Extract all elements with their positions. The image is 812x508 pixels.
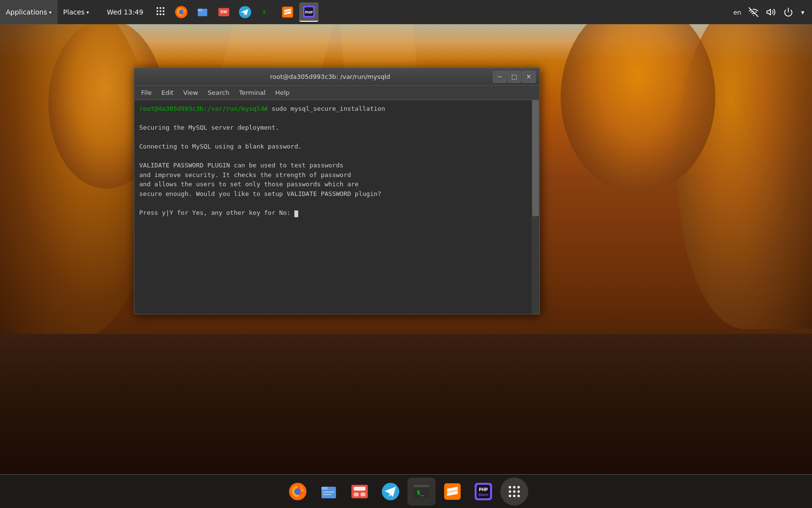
dock-phpstorm[interactable]: PHP Storm	[469, 478, 497, 506]
top-panel: Applications ▾ Places ▾ Wed 13:49	[0, 0, 812, 24]
terminal-line-0: root@da305d993c3b:/var/run/mysqld# sudo …	[139, 104, 535, 114]
panel-sublime-icon[interactable]	[278, 2, 297, 22]
svg-point-4	[160, 10, 162, 12]
titlebar-buttons: − □ ✕	[493, 71, 536, 83]
terminal-body[interactable]: root@da305d993c3b:/var/run/mysqld# sudo …	[134, 100, 539, 314]
svg-rect-36	[361, 493, 365, 496]
applications-menu[interactable]: Applications ▾	[0, 0, 58, 24]
svg-point-2	[163, 7, 165, 9]
svg-text:SW: SW	[220, 10, 228, 14]
panel-right: en ▾	[729, 0, 812, 24]
svg-rect-30	[321, 487, 328, 490]
minimize-button[interactable]: −	[493, 71, 507, 83]
close-icon: ✕	[526, 73, 532, 80]
panel-telegram-icon[interactable]	[235, 2, 255, 22]
terminal-line-8: and allows the users to set only those p…	[139, 179, 535, 189]
dock-software-center[interactable]	[346, 478, 374, 506]
panel-firefox-icon[interactable]	[172, 2, 191, 22]
svg-rect-39	[413, 485, 430, 487]
svg-point-54	[518, 494, 520, 497]
terminal-line-7: and improve security. It checks the stre…	[139, 170, 535, 180]
svg-point-53	[513, 494, 516, 497]
edit-menu[interactable]: Edit	[157, 86, 178, 100]
terminal-line-9: secure enough. Would you like to setup V…	[139, 189, 535, 199]
panel-software-center-icon[interactable]: SW	[214, 2, 233, 22]
applications-arrow-icon: ▾	[49, 10, 52, 15]
svg-point-50	[513, 490, 516, 493]
svg-point-51	[518, 490, 520, 493]
ground	[0, 334, 812, 479]
svg-point-1	[160, 7, 162, 9]
dock-app-grid[interactable]	[500, 478, 528, 506]
panel-phpstorm-icon[interactable]: PHP	[299, 2, 319, 22]
view-menu[interactable]: View	[178, 86, 203, 100]
network-tray-icon[interactable]	[745, 0, 762, 24]
panel-left: Applications ▾ Places ▾	[0, 0, 95, 24]
tray-dropdown-icon[interactable]: ▾	[797, 0, 808, 24]
svg-point-52	[509, 494, 511, 497]
svg-text:PHP: PHP	[305, 11, 313, 15]
panel-center: Wed 13:49	[100, 0, 319, 24]
terminal-line-2: Securing the MySQL server deployment.	[139, 123, 535, 133]
svg-rect-14	[198, 9, 202, 11]
terminal-line-6: VALIDATE PASSWORD PLUGIN can be used to …	[139, 161, 535, 170]
dock-telegram[interactable]	[377, 478, 405, 506]
bottom-taskbar: $_ PHP Storm	[0, 474, 812, 508]
terminal-title: root@da305d993c3b: /var/run/mysqld	[167, 73, 493, 80]
terminal-line-4: Connecting to MySQL using a blank passwo…	[139, 142, 535, 151]
terminal-line-10	[139, 198, 535, 208]
chevron-down-icon: ▾	[801, 9, 804, 16]
datetime-display[interactable]: Wed 13:49	[100, 8, 150, 16]
apps-grid-button[interactable]	[150, 6, 171, 18]
dock-terminal[interactable]: $_	[407, 478, 435, 506]
terminal-line-11: Press y|Y for Yes, any other key for No:	[139, 208, 535, 218]
power-tray-icon[interactable]	[780, 0, 797, 24]
svg-point-7	[160, 14, 162, 15]
svg-rect-34	[354, 487, 365, 491]
maximize-icon: □	[511, 73, 517, 80]
svg-text:$_: $_	[417, 489, 424, 496]
svg-point-0	[157, 7, 159, 9]
svg-point-5	[163, 10, 165, 12]
terminal-scroll-thumb[interactable]	[532, 100, 539, 216]
panel-terminal-icon[interactable]: $_	[257, 2, 276, 22]
svg-point-3	[157, 10, 159, 12]
help-menu[interactable]: Help	[270, 86, 294, 100]
places-arrow-icon: ▾	[87, 10, 89, 15]
svg-text:$_: $_	[263, 9, 268, 14]
foliage-top-right	[561, 0, 715, 194]
dock-sublime[interactable]	[438, 478, 466, 506]
language-label: en	[733, 9, 741, 16]
language-indicator[interactable]: en	[729, 0, 745, 24]
terminal-titlebar: root@da305d993c3b: /var/run/mysqld − □ ✕	[134, 68, 539, 86]
terminal-scrollbar[interactable]	[532, 100, 539, 314]
file-menu[interactable]: File	[136, 86, 157, 100]
dock-files[interactable]	[315, 478, 343, 506]
svg-point-6	[157, 14, 159, 15]
svg-point-46	[509, 486, 511, 488]
svg-point-47	[513, 486, 516, 488]
svg-rect-35	[354, 493, 359, 496]
svg-rect-31	[323, 492, 334, 493]
terminal-menu[interactable]: Terminal	[234, 86, 270, 100]
svg-rect-32	[323, 494, 332, 495]
places-menu[interactable]: Places ▾	[58, 0, 95, 24]
terminal-line-5	[139, 151, 535, 161]
terminal-menubar: File Edit View Search Terminal Help	[134, 86, 539, 100]
dock-firefox[interactable]	[284, 478, 312, 506]
maximize-button[interactable]: □	[508, 71, 521, 83]
svg-text:Storm: Storm	[478, 493, 488, 497]
svg-text:PHP: PHP	[479, 488, 488, 492]
svg-point-8	[163, 14, 165, 15]
applications-label: Applications	[6, 8, 47, 16]
svg-marker-24	[767, 9, 771, 15]
volume-tray-icon[interactable]	[762, 0, 780, 24]
terminal-cursor	[294, 210, 298, 217]
panel-files-icon[interactable]	[193, 2, 212, 22]
close-button[interactable]: ✕	[522, 71, 536, 83]
svg-point-48	[518, 486, 520, 488]
places-label: Places	[63, 8, 85, 16]
minimize-icon: −	[497, 73, 503, 80]
terminal-line-1	[139, 114, 535, 123]
search-menu[interactable]: Search	[203, 86, 234, 100]
